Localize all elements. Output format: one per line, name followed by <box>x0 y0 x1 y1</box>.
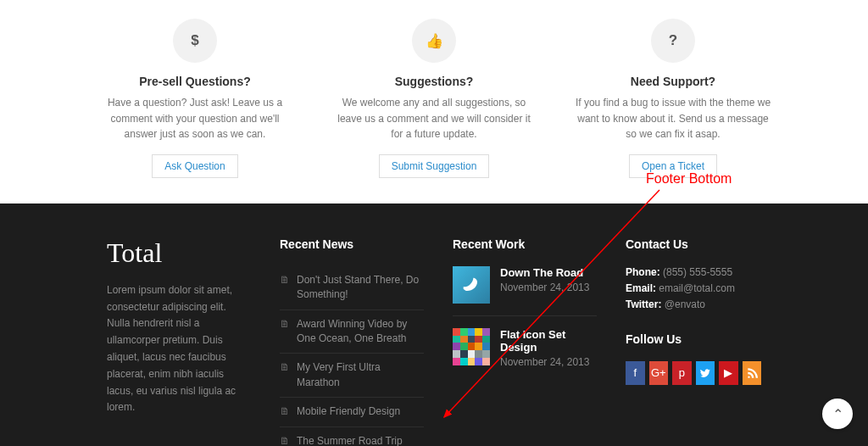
news-item[interactable]: 🗎My Very First Ultra Marathon <box>280 354 424 398</box>
document-icon: 🗎 <box>280 434 290 446</box>
contact-phone: Phone: (855) 555-5555 <box>626 266 761 278</box>
card-text: If you find a bug to issue with the them… <box>573 95 773 142</box>
rss-icon[interactable] <box>743 361 762 385</box>
document-icon: 🗎 <box>280 360 290 390</box>
footer-about-column: Total Lorem ipsum dolor sit amet, consec… <box>107 237 251 446</box>
news-title: The Summer Road Trip <box>297 434 403 446</box>
card-support: ? Need Support? If you find a bug to iss… <box>573 19 773 178</box>
question-icon: ? <box>651 19 695 63</box>
contact-heading: Contact Us <box>626 237 761 251</box>
annotation-label: Footer Bottom <box>646 171 732 187</box>
news-item[interactable]: 🗎Award Winning Video by One Ocean, One B… <box>280 310 424 354</box>
work-title: Down The Road <box>500 266 589 279</box>
news-heading: Recent News <box>280 237 424 251</box>
ask-question-button[interactable]: Ask Question <box>152 154 237 178</box>
news-title: Don't Just Stand There, Do Something! <box>297 273 424 303</box>
twitter-icon[interactable] <box>696 361 715 385</box>
scroll-to-top-button[interactable]: ⌃ <box>822 399 853 429</box>
social-row: f G+ p ▶ <box>626 361 761 385</box>
card-title: Pre-sell Questions? <box>95 75 295 88</box>
document-icon: 🗎 <box>280 404 290 419</box>
news-title: My Very First Ultra Marathon <box>297 360 424 390</box>
action-cards-row: $ Pre-sell Questions? Have a question? J… <box>0 0 868 203</box>
news-title: Award Winning Video by One Ocean, One Br… <box>297 317 424 347</box>
youtube-icon[interactable]: ▶ <box>719 361 738 385</box>
card-text: Have a question? Just ask! Leave us a co… <box>95 95 295 142</box>
work-heading: Recent Work <box>453 237 597 251</box>
pinterest-icon[interactable]: p <box>672 361 692 385</box>
work-item[interactable]: Flat Icon Set Design November 24, 2013 <box>453 328 597 368</box>
about-text: Lorem ipsum dolor sit amet, consectetur … <box>107 282 251 416</box>
work-date: November 24, 2013 <box>500 356 597 368</box>
work-title: Flat Icon Set Design <box>500 328 597 354</box>
contact-twitter: Twitter: @envato <box>626 298 761 310</box>
card-title: Suggestions? <box>334 75 534 88</box>
footer-news-column: Recent News 🗎Don't Just Stand There, Do … <box>280 237 424 446</box>
footer-contact-column: Contact Us Phone: (855) 555-5555 Email: … <box>626 237 761 446</box>
follow-heading: Follow Us <box>626 332 761 346</box>
card-suggestions: 👍 Suggestions? We welcome any and all su… <box>334 19 534 178</box>
submit-suggestion-button[interactable]: Submit Suggestion <box>379 154 490 178</box>
work-item[interactable]: Down The Road November 24, 2013 <box>453 266 597 316</box>
footer-work-column: Recent Work Down The Road November 24, 2… <box>453 237 597 446</box>
card-presell: $ Pre-sell Questions? Have a question? J… <box>95 19 295 178</box>
google-plus-icon[interactable]: G+ <box>649 361 669 385</box>
document-icon: 🗎 <box>280 317 290 347</box>
news-item[interactable]: 🗎Mobile Friendly Design <box>280 398 424 426</box>
site-logo: Total <box>107 237 251 269</box>
thumbs-up-icon: 👍 <box>412 19 456 63</box>
news-item[interactable]: 🗎The Summer Road Trip <box>280 427 424 446</box>
news-item[interactable]: 🗎Don't Just Stand There, Do Something! <box>280 266 424 310</box>
dollar-icon: $ <box>173 19 217 63</box>
work-date: November 24, 2013 <box>500 282 589 293</box>
chevron-up-icon: ⌃ <box>832 406 843 422</box>
card-title: Need Support? <box>573 75 773 88</box>
card-text: We welcome any and all suggestions, so l… <box>334 95 534 142</box>
contact-email: Email: email@total.com <box>626 282 761 294</box>
document-icon: 🗎 <box>280 273 290 303</box>
work-thumbnail <box>453 266 490 304</box>
facebook-icon[interactable]: f <box>626 361 645 385</box>
news-title: Mobile Friendly Design <box>297 404 400 419</box>
work-thumbnail <box>453 328 490 365</box>
footer: Total Lorem ipsum dolor sit amet, consec… <box>0 203 868 446</box>
